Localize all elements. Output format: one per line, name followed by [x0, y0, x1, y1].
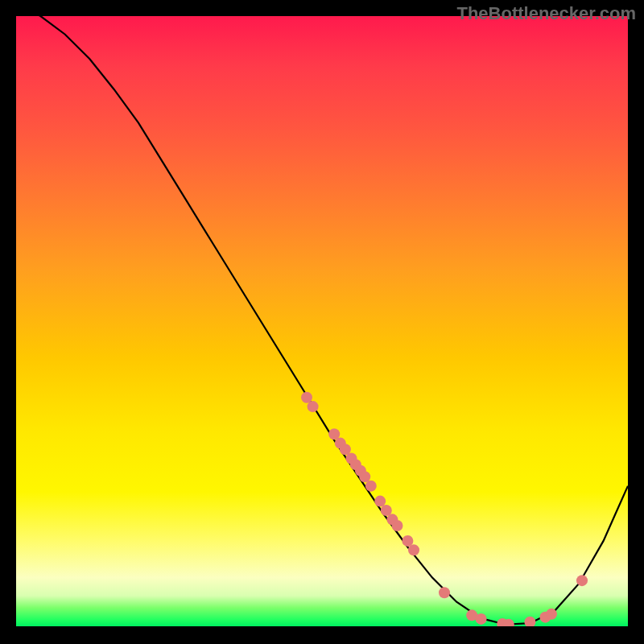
watermark-text: TheBottlenecker.com: [456, 3, 636, 24]
data-point: [301, 392, 312, 403]
data-point: [328, 428, 340, 440]
data-point: [576, 575, 588, 586]
data-point: [546, 609, 557, 620]
data-point: [340, 444, 351, 455]
data-point: [524, 617, 535, 626]
chart-svg: [16, 16, 628, 626]
data-point: [391, 520, 402, 531]
chart-plot-area: [16, 16, 628, 626]
data-point: [402, 535, 413, 547]
data-point: [439, 587, 450, 598]
data-points-group: [301, 392, 588, 626]
data-point: [359, 471, 370, 482]
bottleneck-curve: [16, 16, 628, 625]
data-point: [308, 401, 319, 412]
data-point: [408, 544, 419, 555]
data-point: [381, 505, 392, 516]
data-point: [476, 613, 487, 625]
data-point: [365, 481, 377, 492]
data-point: [374, 496, 386, 507]
